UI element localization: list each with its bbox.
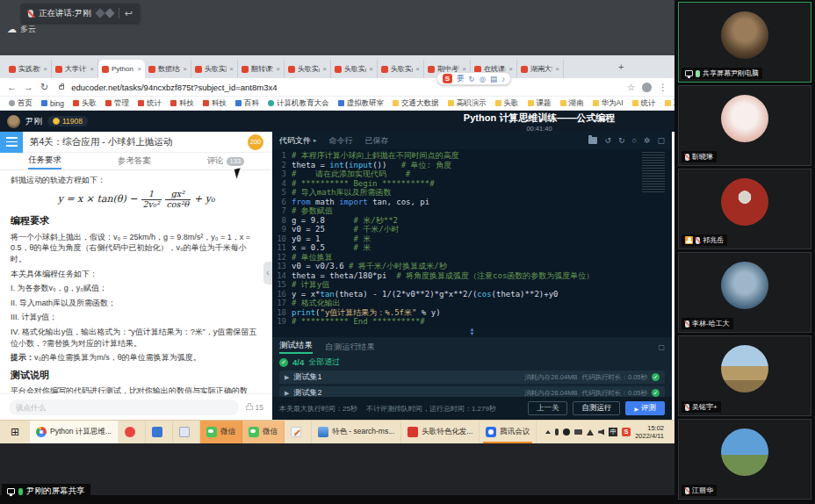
browser-menu-icon[interactable]: ⋮ xyxy=(659,83,667,92)
participant-tile[interactable]: 共享屏幕尹刚电脑 xyxy=(678,2,811,83)
browser-tab[interactable]: 翻转课堂 × xyxy=(238,60,285,78)
taskbar-app[interactable]: 特色 - search-ms... xyxy=(312,421,401,443)
coin-badge[interactable]: 11908 xyxy=(47,116,88,126)
folder-icon[interactable] xyxy=(588,137,597,144)
bookmark-item[interactable]: 湖南 xyxy=(560,98,584,109)
editor-minimap[interactable] xyxy=(642,152,665,194)
bookmark-item[interactable]: 计算机教育大会 xyxy=(268,98,329,109)
tray-icon[interactable] xyxy=(574,429,582,435)
tab-test-results[interactable]: 测试结果 xyxy=(279,340,313,354)
tab-close-icon[interactable]: × xyxy=(229,65,234,73)
bookmark-item[interactable]: 管理 xyxy=(105,98,129,109)
history-icon[interactable]: ○ xyxy=(632,136,637,145)
bookmark-item[interactable]: bing xyxy=(41,99,64,108)
panel-splitter[interactable]: ▲▼ xyxy=(272,327,672,337)
tab-self-run-results[interactable]: 自测运行结果 xyxy=(325,342,375,353)
self-run-button[interactable]: 自测运行 xyxy=(573,401,620,415)
bookmark-item[interactable]: 工程教育专业认证 xyxy=(665,98,674,109)
taskbar-clock[interactable]: 15:02 2022/4/11 xyxy=(635,424,664,440)
tray-icon[interactable] xyxy=(545,430,551,434)
tab-close-icon[interactable]: × xyxy=(322,65,327,73)
browser-tab[interactable]: 大学计算 × xyxy=(52,60,98,78)
participant-tile[interactable]: 吴铭宇+ xyxy=(678,335,811,416)
taskbar-app[interactable] xyxy=(285,421,312,443)
tab-close-icon[interactable]: × xyxy=(555,65,559,73)
expand-panel-icon[interactable]: ▢ xyxy=(658,343,665,351)
user-avatar[interactable] xyxy=(7,115,20,128)
comment-input[interactable] xyxy=(9,400,239,415)
participant-tile[interactable]: 靳晓琳 xyxy=(678,85,811,166)
tray-icon[interactable] xyxy=(622,428,631,436)
tab-close-icon[interactable]: × xyxy=(183,65,187,73)
browser-tab[interactable]: 头歌实战 × xyxy=(331,60,378,78)
taskbar-app[interactable] xyxy=(146,421,173,443)
browser-tab[interactable]: 头歌实战 × xyxy=(285,60,331,78)
bookmark-item[interactable]: 华为AI xyxy=(593,98,624,109)
participant-tile[interactable]: 江丽华 xyxy=(678,419,811,500)
tray-icon[interactable] xyxy=(587,429,594,436)
bookmark-star-icon[interactable]: ☆ xyxy=(627,83,635,92)
ime-tool-icon[interactable]: ◎ xyxy=(480,75,486,83)
ime-tool-icon[interactable]: ↻ xyxy=(469,75,475,83)
tray-icon[interactable] xyxy=(598,429,604,436)
bookmark-item[interactable]: 首页 xyxy=(9,98,32,109)
reload-icon[interactable]: ↻ xyxy=(40,82,48,93)
browser-tab[interactable]: 实践教学 × xyxy=(5,60,52,78)
tab-answer[interactable]: 参考答案 xyxy=(118,153,151,169)
sogou-ime-toolbar[interactable]: S 要↻◎▤♪ xyxy=(436,72,511,85)
evaluate-button[interactable]: ▶评测 xyxy=(625,401,665,415)
ime-tool-icon[interactable]: ▤ xyxy=(490,75,497,83)
previous-level-button[interactable]: 上一关 xyxy=(528,401,568,415)
profile-avatar[interactable] xyxy=(642,83,652,92)
tab-close-icon[interactable]: × xyxy=(276,65,280,73)
taskbar-app[interactable]: 微信 xyxy=(200,421,242,443)
taskbar-app[interactable]: 头歌特色化发... xyxy=(401,421,480,443)
tab-close-icon[interactable]: × xyxy=(90,65,94,73)
tab-close-icon[interactable]: × xyxy=(43,65,47,73)
ime-tool-icon[interactable]: 要 xyxy=(457,74,465,84)
reset-icon[interactable]: ↻ xyxy=(618,136,625,145)
expand-row-icon[interactable]: ▶ xyxy=(285,390,289,397)
collapse-pane-handle[interactable]: ‹ xyxy=(263,262,272,284)
settings-icon[interactable]: ✲ xyxy=(644,136,651,145)
bookmark-item[interactable]: 统计 xyxy=(632,98,656,109)
tab-command-line[interactable]: 命令行 xyxy=(329,135,353,147)
tray-icon[interactable] xyxy=(563,428,570,436)
bookmark-item[interactable]: 课题 xyxy=(528,98,552,109)
new-tab-button[interactable]: + xyxy=(618,61,624,72)
speaking-indicator-pill[interactable]: 正在讲话:尹刚 ↩ xyxy=(21,4,140,23)
sogou-logo-icon[interactable]: S xyxy=(443,74,452,83)
expand-row-icon[interactable]: ▶ xyxy=(285,374,289,381)
tab-requirements[interactable]: 任务要求 xyxy=(28,153,61,169)
address-bar[interactable]: educoder.net/tasks/94ncxbzf875t?subject_… xyxy=(71,83,620,92)
tab-comments[interactable]: 评论133 xyxy=(207,153,245,169)
tab-close-icon[interactable]: × xyxy=(415,65,420,73)
participant-tile[interactable]: 祁兆岳 xyxy=(678,169,811,249)
participant-tile[interactable]: 李林-哈工大 xyxy=(678,252,811,333)
ime-tool-icon[interactable]: ♪ xyxy=(501,75,505,83)
start-button[interactable]: ⊞ xyxy=(0,421,30,443)
taskbar-app[interactable]: 微信 xyxy=(242,421,285,443)
fullscreen-icon[interactable]: ▢ xyxy=(657,136,665,145)
bookmark-item[interactable]: 交通大数据 xyxy=(393,98,439,109)
browser-tab[interactable]: Python 计 × xyxy=(98,60,145,78)
test-set-row[interactable]: ▶ 测试集1 消耗内存26.04MB 代码执行时长：0.05秒 ✓ xyxy=(279,371,665,384)
tab-close-icon[interactable]: × xyxy=(137,65,141,73)
undo-icon[interactable]: ↺ xyxy=(604,136,611,145)
return-arrow-icon[interactable]: ↩ xyxy=(125,8,133,19)
bookmark-item[interactable]: 高职演示 xyxy=(448,98,487,109)
code-editor[interactable]: 1 # 本程序计算小球向上斜抛在不同时间点的高度 2 theta = int(i… xyxy=(272,149,672,327)
bookmark-item[interactable]: 头歌 xyxy=(73,98,97,109)
menu-icon[interactable] xyxy=(0,132,23,153)
bookmark-item[interactable]: 虚拟教研室 xyxy=(338,98,385,109)
bookmark-item[interactable]: 百科 xyxy=(235,98,259,109)
tab-code-file[interactable]: 代码文件▸ xyxy=(279,135,317,147)
browser-tab[interactable]: 数据结构 × xyxy=(145,60,191,78)
bookmark-item[interactable]: 统计 xyxy=(138,98,162,109)
forward-icon[interactable]: → xyxy=(24,82,33,92)
screen-share-badge[interactable]: 尹刚的屏幕共享 xyxy=(2,484,90,499)
tab-close-icon[interactable]: × xyxy=(508,65,513,73)
taskbar-app[interactable]: Python 计算思维... xyxy=(30,421,119,443)
browser-tab[interactable]: 头歌实践 × xyxy=(191,60,238,78)
taskbar-app[interactable] xyxy=(173,421,200,443)
